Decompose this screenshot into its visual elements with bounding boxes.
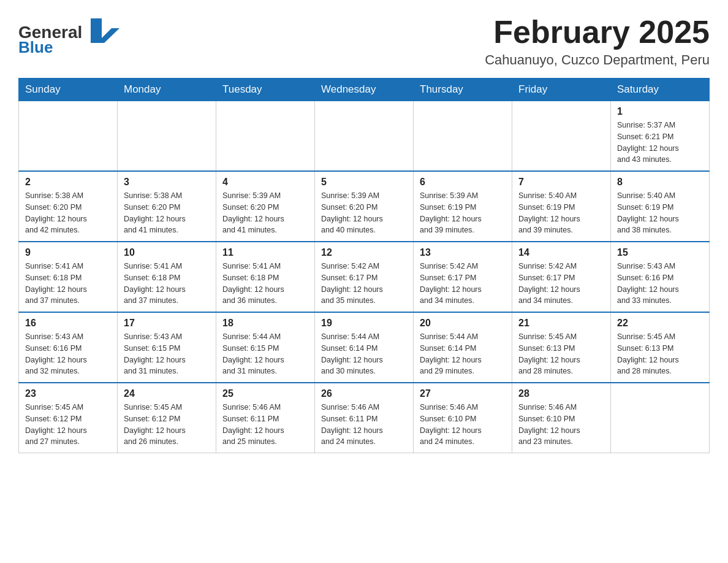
day-info: Sunrise: 5:44 AM Sunset: 6:15 PM Dayligh… [222,331,308,377]
calendar-cell: 9Sunrise: 5:41 AM Sunset: 6:18 PM Daylig… [19,242,118,312]
calendar-week-row: 16Sunrise: 5:43 AM Sunset: 6:16 PM Dayli… [19,312,710,383]
calendar-cell [19,101,118,172]
calendar-cell: 6Sunrise: 5:39 AM Sunset: 6:19 PM Daylig… [414,171,512,242]
calendar-cell: 24Sunrise: 5:45 AM Sunset: 6:12 PM Dayli… [118,383,216,453]
day-number: 13 [420,247,506,258]
weekday-header-tuesday: Tuesday [216,79,315,101]
title-block: February 2025 Cahuanuyo, Cuzco Departmen… [485,15,710,68]
day-number: 25 [222,388,308,399]
calendar-cell: 10Sunrise: 5:41 AM Sunset: 6:18 PM Dayli… [118,242,216,312]
day-info: Sunrise: 5:45 AM Sunset: 6:13 PM Dayligh… [518,331,604,377]
weekday-header-thursday: Thursday [414,79,512,101]
location-title: Cahuanuyo, Cuzco Department, Peru [485,52,710,68]
calendar-cell: 7Sunrise: 5:40 AM Sunset: 6:19 PM Daylig… [512,171,611,242]
day-number: 15 [617,247,703,258]
calendar-cell: 20Sunrise: 5:44 AM Sunset: 6:14 PM Dayli… [414,312,512,383]
weekday-header-row: SundayMondayTuesdayWednesdayThursdayFrid… [19,79,710,101]
day-number: 10 [124,247,210,258]
day-info: Sunrise: 5:41 AM Sunset: 6:18 PM Dayligh… [25,261,111,307]
weekday-header-friday: Friday [512,79,611,101]
month-title: February 2025 [485,15,710,50]
day-number: 12 [321,247,407,258]
day-info: Sunrise: 5:46 AM Sunset: 6:10 PM Dayligh… [420,402,506,448]
calendar-cell: 16Sunrise: 5:43 AM Sunset: 6:16 PM Dayli… [19,312,118,383]
calendar-cell [512,101,611,172]
day-info: Sunrise: 5:42 AM Sunset: 6:17 PM Dayligh… [518,261,604,307]
day-number: 8 [617,177,703,188]
day-number: 7 [518,177,604,188]
calendar-cell: 13Sunrise: 5:42 AM Sunset: 6:17 PM Dayli… [414,242,512,312]
day-info: Sunrise: 5:43 AM Sunset: 6:15 PM Dayligh… [124,331,210,377]
calendar-week-row: 1Sunrise: 5:37 AM Sunset: 6:21 PM Daylig… [19,101,710,172]
day-number: 14 [518,247,604,258]
calendar-week-row: 2Sunrise: 5:38 AM Sunset: 6:20 PM Daylig… [19,171,710,242]
day-info: Sunrise: 5:44 AM Sunset: 6:14 PM Dayligh… [321,331,407,377]
weekday-header-sunday: Sunday [19,79,118,101]
day-number: 23 [25,388,111,399]
calendar-cell: 27Sunrise: 5:46 AM Sunset: 6:10 PM Dayli… [414,383,512,453]
svg-marker-1 [91,18,119,43]
day-number: 17 [124,318,210,329]
day-number: 5 [321,177,407,188]
day-info: Sunrise: 5:39 AM Sunset: 6:19 PM Dayligh… [420,190,506,236]
day-info: Sunrise: 5:43 AM Sunset: 6:16 PM Dayligh… [25,331,111,377]
day-number: 4 [222,177,308,188]
day-number: 11 [222,247,308,258]
day-number: 22 [617,318,703,329]
calendar-cell [216,101,315,172]
day-info: Sunrise: 5:41 AM Sunset: 6:18 PM Dayligh… [124,261,210,307]
calendar-cell: 18Sunrise: 5:44 AM Sunset: 6:15 PM Dayli… [216,312,315,383]
day-info: Sunrise: 5:46 AM Sunset: 6:10 PM Dayligh… [518,402,604,448]
weekday-header-wednesday: Wednesday [315,79,414,101]
day-info: Sunrise: 5:45 AM Sunset: 6:13 PM Dayligh… [617,331,703,377]
calendar-cell: 28Sunrise: 5:46 AM Sunset: 6:10 PM Dayli… [512,383,611,453]
day-info: Sunrise: 5:44 AM Sunset: 6:14 PM Dayligh… [420,331,506,377]
calendar-cell: 26Sunrise: 5:46 AM Sunset: 6:11 PM Dayli… [315,383,414,453]
weekday-header-monday: Monday [118,79,216,101]
calendar-cell: 4Sunrise: 5:39 AM Sunset: 6:20 PM Daylig… [216,171,315,242]
calendar-cell [414,101,512,172]
calendar-cell: 1Sunrise: 5:37 AM Sunset: 6:21 PM Daylig… [611,101,710,172]
logo: General Blue [18,15,119,56]
day-number: 2 [25,177,111,188]
calendar-cell: 19Sunrise: 5:44 AM Sunset: 6:14 PM Dayli… [315,312,414,383]
svg-text:Blue: Blue [18,38,53,56]
day-info: Sunrise: 5:39 AM Sunset: 6:20 PM Dayligh… [222,190,308,236]
calendar-cell: 12Sunrise: 5:42 AM Sunset: 6:17 PM Dayli… [315,242,414,312]
day-number: 21 [518,318,604,329]
calendar-cell: 8Sunrise: 5:40 AM Sunset: 6:19 PM Daylig… [611,171,710,242]
day-info: Sunrise: 5:38 AM Sunset: 6:20 PM Dayligh… [25,190,111,236]
day-number: 24 [124,388,210,399]
day-number: 3 [124,177,210,188]
calendar-week-row: 9Sunrise: 5:41 AM Sunset: 6:18 PM Daylig… [19,242,710,312]
calendar-cell: 22Sunrise: 5:45 AM Sunset: 6:13 PM Dayli… [611,312,710,383]
day-info: Sunrise: 5:46 AM Sunset: 6:11 PM Dayligh… [222,402,308,448]
calendar-cell [118,101,216,172]
day-number: 27 [420,388,506,399]
page-header: General Blue February 2025 Cahuanuyo, Cu… [18,15,710,68]
day-number: 1 [617,106,703,117]
day-info: Sunrise: 5:43 AM Sunset: 6:16 PM Dayligh… [617,261,703,307]
day-info: Sunrise: 5:38 AM Sunset: 6:20 PM Dayligh… [124,190,210,236]
calendar-cell: 14Sunrise: 5:42 AM Sunset: 6:17 PM Dayli… [512,242,611,312]
day-info: Sunrise: 5:45 AM Sunset: 6:12 PM Dayligh… [25,402,111,448]
day-info: Sunrise: 5:39 AM Sunset: 6:20 PM Dayligh… [321,190,407,236]
calendar-cell: 21Sunrise: 5:45 AM Sunset: 6:13 PM Dayli… [512,312,611,383]
weekday-header-saturday: Saturday [611,79,710,101]
calendar-cell: 15Sunrise: 5:43 AM Sunset: 6:16 PM Dayli… [611,242,710,312]
calendar-cell [611,383,710,453]
calendar-cell: 3Sunrise: 5:38 AM Sunset: 6:20 PM Daylig… [118,171,216,242]
day-number: 20 [420,318,506,329]
day-number: 9 [25,247,111,258]
day-number: 18 [222,318,308,329]
calendar-cell: 17Sunrise: 5:43 AM Sunset: 6:15 PM Dayli… [118,312,216,383]
day-info: Sunrise: 5:40 AM Sunset: 6:19 PM Dayligh… [617,190,703,236]
calendar-cell: 2Sunrise: 5:38 AM Sunset: 6:20 PM Daylig… [19,171,118,242]
calendar-cell [315,101,414,172]
day-number: 26 [321,388,407,399]
day-number: 19 [321,318,407,329]
calendar-cell: 23Sunrise: 5:45 AM Sunset: 6:12 PM Dayli… [19,383,118,453]
day-number: 6 [420,177,506,188]
day-info: Sunrise: 5:40 AM Sunset: 6:19 PM Dayligh… [518,190,604,236]
calendar-week-row: 23Sunrise: 5:45 AM Sunset: 6:12 PM Dayli… [19,383,710,453]
